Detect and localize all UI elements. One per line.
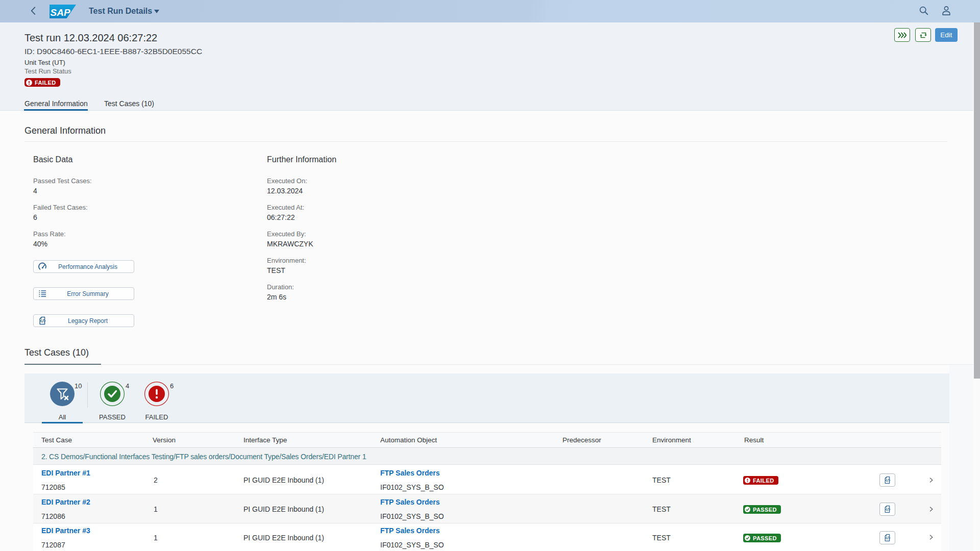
- svg-text:SAP: SAP: [51, 7, 70, 18]
